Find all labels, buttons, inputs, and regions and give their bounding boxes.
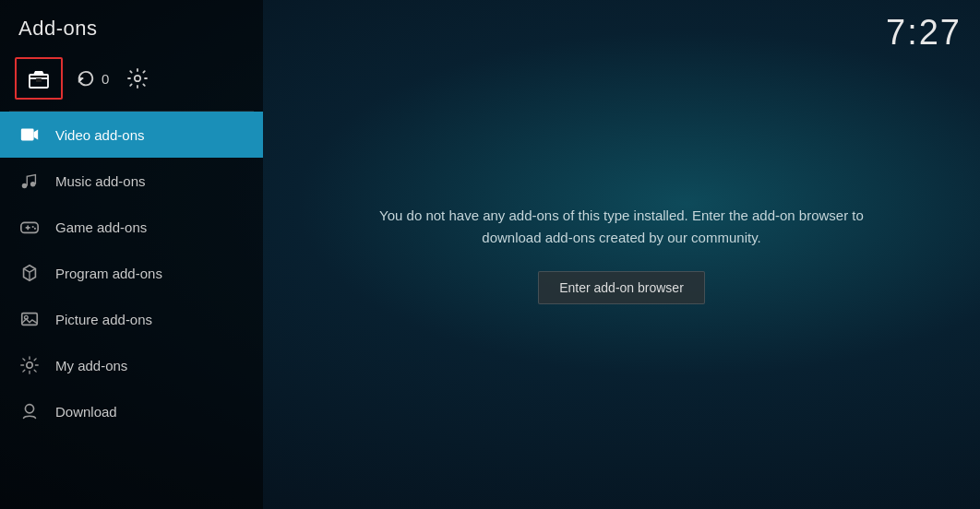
music-icon: [18, 170, 41, 192]
empty-state: You do not have any add-ons of this type…: [364, 205, 880, 304]
sidebar-item-program[interactable]: Program add-ons: [0, 250, 263, 296]
sidebar-item-picture-label: Picture add-ons: [55, 312, 152, 327]
toolbar: 0: [0, 50, 263, 111]
picture-icon: [18, 308, 41, 330]
sidebar-item-video-label: Video add-ons: [55, 127, 144, 143]
sidebar-item-music-label: Music add-ons: [55, 173, 146, 189]
game-icon: [18, 216, 41, 238]
clock: 7:27: [886, 13, 962, 53]
nav-list: Video add-ons Music add-ons: [0, 112, 263, 509]
sidebar-item-download-label: Download: [55, 404, 117, 420]
myaddon-icon: [18, 354, 41, 376]
box-icon: [26, 65, 52, 91]
sidebar-item-video[interactable]: Video add-ons: [0, 112, 263, 158]
sidebar: Add-ons 0: [0, 0, 263, 509]
sidebar-item-program-label: Program add-ons: [55, 266, 162, 281]
sidebar-item-game[interactable]: Game add-ons: [0, 204, 263, 250]
download-icon: [18, 400, 41, 422]
svg-point-13: [27, 362, 32, 368]
page-title: Add-ons: [0, 0, 263, 50]
refresh-area: 0: [76, 68, 109, 89]
svg-point-5: [30, 182, 35, 187]
svg-rect-1: [36, 78, 42, 82]
gear-icon: [126, 67, 149, 89]
settings-button[interactable]: [125, 66, 149, 90]
addon-icon-button[interactable]: [15, 57, 63, 100]
refresh-icon[interactable]: [76, 68, 96, 89]
svg-point-14: [25, 405, 33, 413]
video-icon: [18, 124, 41, 146]
enter-addon-browser-button[interactable]: Enter add-on browser: [538, 271, 705, 304]
empty-message: You do not have any add-ons of this type…: [364, 205, 880, 249]
sidebar-item-music[interactable]: Music add-ons: [0, 158, 263, 204]
svg-rect-11: [22, 314, 38, 326]
svg-point-4: [22, 183, 28, 189]
sidebar-item-myaddon[interactable]: My add-ons: [0, 342, 263, 388]
svg-rect-3: [21, 129, 34, 141]
sidebar-item-myaddon-label: My add-ons: [55, 358, 127, 373]
main-content: You do not have any add-ons of this type…: [263, 0, 980, 509]
sidebar-item-download[interactable]: Download: [0, 388, 263, 434]
sidebar-item-picture[interactable]: Picture add-ons: [0, 296, 263, 342]
sidebar-item-game-label: Game add-ons: [55, 219, 147, 235]
svg-point-9: [32, 226, 34, 228]
program-icon: [18, 262, 41, 284]
svg-point-2: [135, 76, 140, 81]
refresh-count: 0: [102, 71, 109, 87]
svg-point-10: [34, 228, 36, 230]
